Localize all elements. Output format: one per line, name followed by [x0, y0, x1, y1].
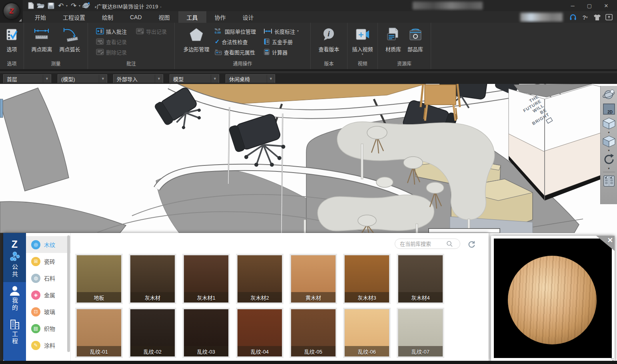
support-headset-button[interactable]: [568, 12, 578, 22]
floor-select[interactable]: 首层▼: [3, 74, 51, 83]
iso-view-button[interactable]: [602, 116, 616, 131]
view-version-button[interactable]: i 查看版本: [316, 25, 341, 54]
calculator-icon: [264, 49, 270, 55]
material-card[interactable]: 乱纹-04: [237, 309, 282, 357]
metal-category-icon: ◈: [31, 290, 40, 300]
undo-icon: ↶: [58, 2, 64, 10]
chevron-down-icon: ▼: [99, 75, 107, 83]
material-card[interactable]: 乱纹-06: [344, 309, 389, 357]
material-card[interactable]: 黄木材: [291, 255, 336, 303]
face-view-button[interactable]: [602, 134, 616, 149]
tab-collaborate[interactable]: 协作: [206, 11, 234, 23]
save-button[interactable]: [46, 1, 55, 10]
category-glass[interactable]: ⊡玻璃: [26, 303, 70, 320]
redo-dropdown-caret[interactable]: ▾: [79, 4, 80, 8]
legality-check-button[interactable]: ✓ 合法性检查: [215, 37, 264, 46]
material-card[interactable]: 灰木材1: [184, 255, 229, 303]
two-point-arc-button[interactable]: 两点弧长: [57, 25, 83, 54]
calculator-button[interactable]: 计算器: [264, 48, 308, 56]
library-tab-mine[interactable]: 我的: [3, 282, 26, 316]
view-element-props-button[interactable]: 查看图元属性: [215, 48, 264, 56]
ribbon-group-general: 多边形管理 %,00.00 国际单位管理 ✓ 合法性检查 查看图元属性: [175, 23, 311, 69]
category-stone[interactable]: ◍石料: [26, 270, 70, 286]
material-card[interactable]: 乱纹-05: [291, 309, 336, 357]
search-input[interactable]: [399, 241, 446, 247]
length-dim-caret[interactable]: ▾: [297, 30, 299, 33]
preview-close-button[interactable]: ✕: [607, 236, 613, 245]
window-title: ⸗广联达BIM装饰设计 2019 ·: [95, 2, 162, 10]
material-card[interactable]: 乱纹-01: [76, 309, 122, 357]
undo-dropdown-caret[interactable]: ▾: [66, 4, 68, 8]
undo-button[interactable]: ↶: [56, 1, 65, 10]
view-orbit-button[interactable]: [82, 1, 91, 10]
library-tab-project[interactable]: 工程: [3, 316, 26, 349]
new-file-button[interactable]: [26, 1, 35, 10]
material-card[interactable]: 乱纹-07: [398, 309, 443, 357]
rotate-view-caret[interactable]: ▾: [608, 167, 609, 170]
insert-video-caret[interactable]: ▾: [361, 53, 363, 56]
delete-records-button[interactable]: 删除记录: [96, 48, 136, 56]
export-records-button[interactable]: 导出记录: [136, 27, 174, 36]
preview-render-area[interactable]: [494, 239, 612, 358]
app-menu-button[interactable]: z: [0, 0, 23, 23]
group-label-measure: 测量: [24, 60, 88, 69]
material-card[interactable]: 地板: [76, 255, 122, 303]
close-button[interactable]: ✕: [598, 0, 615, 11]
view-records-button[interactable]: 查看记录: [96, 37, 136, 46]
category-tile[interactable]: ⊞瓷砖: [26, 253, 70, 270]
minimize-button[interactable]: ─: [564, 0, 581, 11]
redo-button[interactable]: ↷: [69, 1, 78, 10]
iso-view-caret[interactable]: ▾: [608, 131, 609, 134]
length-dim-button[interactable]: 长度标注 ▾: [264, 27, 308, 36]
collapse-ribbon-button[interactable]: [604, 12, 614, 22]
tab-view[interactable]: 视图: [150, 11, 178, 23]
material-card[interactable]: 乱纹-02: [130, 309, 175, 357]
import-source-select[interactable]: 外部导入▼: [113, 74, 163, 83]
rotate-view-button[interactable]: [602, 152, 616, 167]
category-wood[interactable]: ◎木纹: [26, 236, 70, 253]
intl-units-button[interactable]: %,00.00 国际单位管理: [215, 27, 264, 36]
maximize-button[interactable]: ▢: [581, 0, 598, 11]
refresh-library-button[interactable]: [467, 239, 476, 249]
tab-draw[interactable]: 绘制: [94, 11, 122, 23]
library-tab-public[interactable]: Z 公共: [3, 233, 26, 282]
component-library-icon: [408, 26, 423, 44]
tab-project-settings[interactable]: 工程设置: [54, 11, 94, 23]
tab-cad[interactable]: CAD: [122, 11, 150, 23]
two-point-distance-button[interactable]: 两点距离: [29, 25, 54, 54]
hardware-handbook-button[interactable]: 五金手册: [264, 37, 308, 46]
polygon-manage-button[interactable]: 多边形管理: [178, 25, 215, 54]
options-button[interactable]: 选项: [3, 25, 21, 54]
material-card[interactable]: 灰木材2: [237, 255, 282, 303]
category-paint[interactable]: ✎涂料: [26, 337, 70, 354]
2d-view-button[interactable]: 2D: [602, 102, 616, 116]
tab-tools[interactable]: 工具: [178, 11, 206, 23]
model-type-select[interactable]: 模型▼: [170, 74, 219, 83]
tab-start[interactable]: 开始: [26, 11, 54, 23]
viewport-canvas[interactable]: THE FUTURE WILL BE BRIGHT: [0, 84, 617, 233]
material-library-panel: Z 公共 我的 工程 ◎木纹 ⊞瓷砖 ◍石料 ◈金属 ⊡玻璃 ▤织物 ✎涂料: [3, 233, 489, 361]
face-view-caret[interactable]: ▾: [608, 149, 609, 152]
category-fabric[interactable]: ▤织物: [26, 320, 70, 337]
material-card[interactable]: 乱纹-03: [184, 309, 229, 357]
theme-button[interactable]: [592, 12, 602, 22]
category-metal[interactable]: ◈金属: [26, 286, 70, 303]
material-card[interactable]: 灰木材3: [344, 255, 389, 303]
insert-video-button[interactable]: 插入视频 ▾: [349, 25, 375, 57]
open-file-button[interactable]: [36, 1, 45, 10]
model-view-select[interactable]: (模型)▼: [58, 74, 107, 83]
help-button[interactable]: ?▾: [580, 12, 590, 22]
category-scrollbar[interactable]: [67, 235, 70, 352]
material-card[interactable]: 灰木材4: [398, 255, 443, 303]
material-preview-window: ✕: [491, 236, 615, 362]
orbit-tool-button[interactable]: [602, 88, 616, 102]
insert-annotation-button[interactable]: 插入批注: [96, 27, 136, 36]
component-group-select[interactable]: 休闲桌椅▼: [226, 74, 275, 83]
tab-design[interactable]: 设计: [234, 11, 262, 23]
search-icon[interactable]: [446, 241, 453, 247]
display-settings-button[interactable]: [602, 174, 616, 188]
material-card[interactable]: 灰木材: [130, 255, 175, 303]
new-file-icon: [28, 2, 34, 9]
component-library-button[interactable]: 部品库: [405, 25, 425, 54]
material-library-button[interactable]: 材质库: [383, 25, 403, 54]
